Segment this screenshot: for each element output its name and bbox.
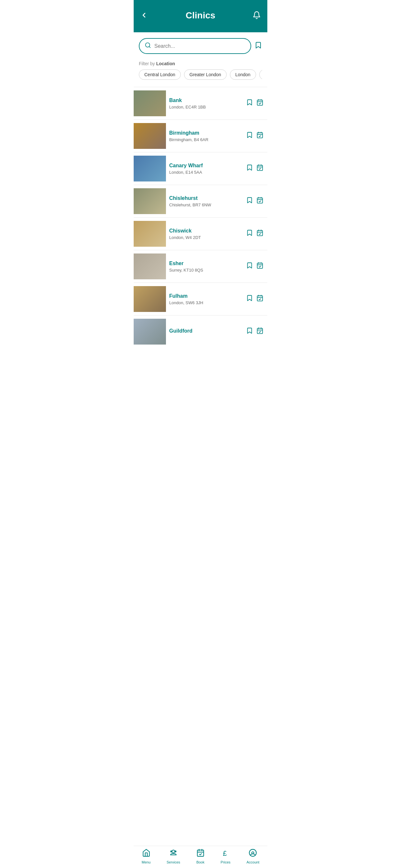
clinic-calendar-icon[interactable]	[256, 131, 264, 141]
page-title: Clinics	[186, 10, 215, 21]
filter-type: Location	[156, 61, 175, 66]
clinic-item[interactable]: Canary Wharf London, E14 5AA	[134, 152, 267, 185]
clinic-name: Birmingham	[169, 130, 243, 136]
svg-rect-29	[257, 329, 263, 334]
clinic-image	[134, 221, 166, 247]
clinic-actions	[246, 99, 264, 108]
clinic-item[interactable]: Chislehurst Chislehurst, BR7 6NW	[134, 185, 267, 217]
clinic-address: London, EC4R 1BB	[169, 104, 243, 110]
clinic-address: Surrey, KT10 8QS	[169, 268, 243, 273]
clinic-address: Birmingham, B4 6AR	[169, 137, 243, 142]
clinic-bookmark-icon[interactable]	[246, 164, 253, 173]
clinic-actions	[246, 164, 264, 173]
clinic-list: Bank London, EC4R 1BB	[134, 87, 267, 348]
bookmark-icon[interactable]	[254, 41, 262, 51]
clinic-item[interactable]: Chiswick London, W4 2DT	[134, 217, 267, 250]
clinic-address: London, E14 5AA	[169, 170, 243, 175]
clinic-bookmark-icon[interactable]	[246, 99, 253, 108]
svg-rect-13	[257, 198, 263, 204]
clinic-bookmark-icon[interactable]	[246, 131, 253, 141]
filter-chip-online[interactable]: Online	[259, 69, 262, 80]
clinic-image	[134, 286, 166, 312]
clinic-info: Fulham London, SW6 3JH	[166, 293, 246, 305]
clinic-item[interactable]: Bank London, EC4R 1BB	[134, 87, 267, 120]
clinic-name: Bank	[169, 97, 243, 103]
clinic-item[interactable]: Guildford	[134, 315, 267, 348]
clinic-info: Bank London, EC4R 1BB	[166, 97, 246, 110]
clinic-info: Canary Wharf London, E14 5AA	[166, 163, 246, 175]
clinic-info: Esher Surrey, KT10 8QS	[166, 260, 246, 273]
clinic-image	[134, 253, 166, 279]
clinic-bookmark-icon[interactable]	[246, 229, 253, 238]
clinic-calendar-icon[interactable]	[256, 164, 264, 173]
clinic-item[interactable]: Fulham London, SW6 3JH	[134, 283, 267, 315]
clinic-actions	[246, 294, 264, 304]
svg-rect-25	[257, 296, 263, 301]
clinic-name: Esher	[169, 260, 243, 267]
svg-rect-9	[257, 165, 263, 171]
clinic-name: Chislehurst	[169, 195, 243, 201]
clinic-info: Chislehurst Chislehurst, BR7 6NW	[166, 195, 246, 207]
clinic-actions	[246, 327, 264, 336]
clinic-actions	[246, 229, 264, 238]
svg-rect-5	[257, 133, 263, 138]
filter-chip-central-london[interactable]: Central London	[139, 69, 181, 80]
clinic-bookmark-icon[interactable]	[246, 327, 253, 336]
clinic-bookmark-icon[interactable]	[246, 197, 253, 206]
clinic-bookmark-icon[interactable]	[246, 294, 253, 304]
clinic-calendar-icon[interactable]	[256, 262, 264, 271]
search-box[interactable]	[139, 38, 251, 54]
page-header: Clinics	[134, 0, 267, 32]
clinic-calendar-icon[interactable]	[256, 294, 264, 304]
clinic-actions	[246, 262, 264, 271]
clinic-name: Fulham	[169, 293, 243, 299]
filter-chips: Central LondonGreater LondonLondonOnline	[139, 69, 262, 81]
filter-chip-london[interactable]: London	[230, 69, 256, 80]
clinic-info: Birmingham Birmingham, B4 6AR	[166, 130, 246, 142]
clinic-image	[134, 188, 166, 214]
clinic-name: Canary Wharf	[169, 163, 243, 168]
filter-chip-greater-london[interactable]: Greater London	[184, 69, 227, 80]
filter-section: Filter by Location Central LondonGreater…	[134, 57, 267, 84]
clinic-image	[134, 90, 166, 116]
clinic-calendar-icon[interactable]	[256, 229, 264, 238]
back-button[interactable]	[140, 11, 148, 21]
clinic-calendar-icon[interactable]	[256, 99, 264, 108]
clinic-item[interactable]: Birmingham Birmingham, B4 6AR	[134, 120, 267, 152]
clinic-item[interactable]: Esher Surrey, KT10 8QS	[134, 250, 267, 283]
search-section	[134, 32, 267, 57]
clinic-image	[134, 319, 166, 345]
svg-rect-17	[257, 230, 263, 236]
clinic-bookmark-icon[interactable]	[246, 262, 253, 271]
clinic-name: Chiswick	[169, 228, 243, 234]
filter-label: Filter by Location	[139, 61, 262, 66]
clinic-image	[134, 156, 166, 182]
search-input[interactable]	[154, 43, 245, 49]
clinic-calendar-icon[interactable]	[256, 327, 264, 336]
clinic-actions	[246, 197, 264, 206]
clinic-info: Guildford	[166, 328, 246, 335]
svg-rect-21	[257, 263, 263, 269]
clinic-address: Chislehurst, BR7 6NW	[169, 203, 243, 207]
clinic-image	[134, 123, 166, 149]
clinic-info: Chiswick London, W4 2DT	[166, 228, 246, 240]
clinic-address: London, SW6 3JH	[169, 300, 243, 305]
search-icon	[145, 42, 151, 50]
clinic-address: London, W4 2DT	[169, 235, 243, 240]
clinic-calendar-icon[interactable]	[256, 197, 264, 206]
notification-bell-icon[interactable]	[252, 11, 261, 21]
clinic-name: Guildford	[169, 328, 243, 334]
clinic-actions	[246, 131, 264, 141]
svg-rect-1	[257, 100, 263, 105]
